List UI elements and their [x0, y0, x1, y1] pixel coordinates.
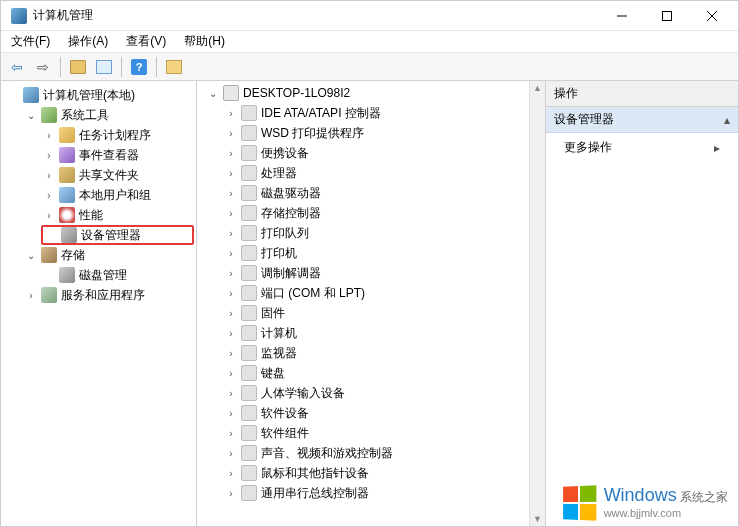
device-tree-root[interactable]: ⌄ DESKTOP-1LO98I2 [205, 83, 543, 103]
tree-local-users[interactable]: ›本地用户和组 [41, 185, 194, 205]
expander-icon[interactable]: › [43, 209, 55, 221]
tree-label: 性能 [79, 207, 103, 224]
share-icon [59, 167, 75, 183]
action-label: 更多操作 [564, 139, 612, 156]
device-category[interactable]: ›打印机 [223, 243, 543, 263]
device-label: 软件设备 [261, 405, 309, 422]
expander-icon[interactable]: ⌄ [25, 109, 37, 121]
expander-icon[interactable]: › [25, 289, 37, 301]
help-button[interactable]: ? [127, 55, 151, 79]
expander-icon[interactable]: › [43, 149, 55, 161]
event-icon [59, 147, 75, 163]
expander-icon[interactable]: ⌄ [207, 87, 219, 99]
tree-root[interactable]: ▾ 计算机管理(本地) [5, 85, 194, 105]
forward-button[interactable]: ⇨ [31, 55, 55, 79]
menu-action[interactable]: 操作(A) [64, 31, 112, 52]
device-icon [241, 305, 257, 321]
minimize-button[interactable] [599, 1, 644, 31]
tree-device-manager[interactable]: ›设备管理器 [41, 225, 194, 245]
device-icon [241, 165, 257, 181]
minimize-icon [617, 11, 627, 21]
tree-event-viewer[interactable]: ›事件查看器 [41, 145, 194, 165]
expander-icon[interactable]: › [225, 107, 237, 119]
expander-icon[interactable]: › [225, 307, 237, 319]
expander-icon[interactable]: › [225, 427, 237, 439]
collapse-icon: ▴ [724, 113, 730, 127]
tree-storage[interactable]: ⌄ 存储 [23, 245, 194, 265]
result-pane[interactable]: ⌄ DESKTOP-1LO98I2 ›IDE ATA/ATAPI 控制器›WSD… [197, 81, 546, 526]
expander-icon[interactable]: › [225, 467, 237, 479]
expander-icon[interactable]: › [225, 287, 237, 299]
back-button[interactable]: ⇦ [5, 55, 29, 79]
computer-name: DESKTOP-1LO98I2 [243, 86, 350, 100]
device-category[interactable]: ›软件组件 [223, 423, 543, 443]
device-category[interactable]: ›打印队列 [223, 223, 543, 243]
device-category[interactable]: ›IDE ATA/ATAPI 控制器 [223, 103, 543, 123]
expander-icon[interactable]: › [225, 387, 237, 399]
expander-icon[interactable]: › [225, 207, 237, 219]
tree-disk-management[interactable]: ›磁盘管理 [41, 265, 194, 285]
show-hide-button[interactable] [162, 55, 186, 79]
device-category[interactable]: ›声音、视频和游戏控制器 [223, 443, 543, 463]
device-icon [241, 385, 257, 401]
tree-label: 系统工具 [61, 107, 109, 124]
toolbar-separator [121, 57, 122, 77]
menu-view[interactable]: 查看(V) [122, 31, 170, 52]
device-category[interactable]: ›计算机 [223, 323, 543, 343]
expander-icon[interactable]: › [225, 407, 237, 419]
device-label: 便携设备 [261, 145, 309, 162]
device-category[interactable]: ›固件 [223, 303, 543, 323]
up-folder-button[interactable] [66, 55, 90, 79]
title-bar: 计算机管理 [1, 1, 738, 31]
device-icon [241, 445, 257, 461]
device-category[interactable]: ›存储控制器 [223, 203, 543, 223]
device-category[interactable]: ›人体学输入设备 [223, 383, 543, 403]
action-pane-selection[interactable]: 设备管理器 ▴ [546, 107, 738, 133]
device-category[interactable]: ›处理器 [223, 163, 543, 183]
expander-icon[interactable]: › [225, 247, 237, 259]
scope-pane[interactable]: ▾ 计算机管理(本地) ⌄ 系统工具 ›任务计划程序 ›事件查看器 [1, 81, 197, 526]
device-category[interactable]: ›WSD 打印提供程序 [223, 123, 543, 143]
expander-icon[interactable]: › [43, 169, 55, 181]
device-category[interactable]: ›通用串行总线控制器 [223, 483, 543, 503]
expander-icon[interactable]: › [225, 487, 237, 499]
close-button[interactable] [689, 1, 734, 31]
expander-icon[interactable]: › [225, 347, 237, 359]
expander-icon[interactable]: › [225, 127, 237, 139]
expander-icon[interactable]: › [43, 129, 55, 141]
expander-icon[interactable]: › [43, 189, 55, 201]
expander-icon[interactable]: › [225, 147, 237, 159]
expander-icon[interactable]: › [225, 167, 237, 179]
device-category[interactable]: ›磁盘驱动器 [223, 183, 543, 203]
device-category[interactable]: ›监视器 [223, 343, 543, 363]
device-category[interactable]: ›鼠标和其他指针设备 [223, 463, 543, 483]
expander-icon[interactable]: › [225, 367, 237, 379]
folder-icon [70, 60, 86, 74]
scrollbar[interactable] [529, 81, 545, 526]
device-label: 磁盘驱动器 [261, 185, 321, 202]
tree-system-tools[interactable]: ⌄ 系统工具 [23, 105, 194, 125]
expander-icon[interactable]: › [225, 267, 237, 279]
device-category[interactable]: ›便携设备 [223, 143, 543, 163]
expander-icon[interactable]: › [225, 327, 237, 339]
device-category[interactable]: ›端口 (COM 和 LPT) [223, 283, 543, 303]
maximize-button[interactable] [644, 1, 689, 31]
expander-icon[interactable]: ⌄ [25, 249, 37, 261]
device-category[interactable]: ›调制解调器 [223, 263, 543, 283]
expander-icon[interactable]: › [225, 187, 237, 199]
tree-task-scheduler[interactable]: ›任务计划程序 [41, 125, 194, 145]
properties-button[interactable] [92, 55, 116, 79]
more-actions-item[interactable]: 更多操作 ▸ [546, 133, 738, 162]
tree-shared-folders[interactable]: ›共享文件夹 [41, 165, 194, 185]
menu-help[interactable]: 帮助(H) [180, 31, 229, 52]
tree-performance[interactable]: ›性能 [41, 205, 194, 225]
expander-icon[interactable]: › [225, 227, 237, 239]
tree-services-apps[interactable]: › 服务和应用程序 [23, 285, 194, 305]
expander-icon[interactable]: › [225, 447, 237, 459]
submenu-icon: ▸ [714, 141, 720, 155]
menu-file[interactable]: 文件(F) [7, 31, 54, 52]
device-category[interactable]: ›软件设备 [223, 403, 543, 423]
device-category[interactable]: ›键盘 [223, 363, 543, 383]
device-label: 打印机 [261, 245, 297, 262]
device-label: 通用串行总线控制器 [261, 485, 369, 502]
